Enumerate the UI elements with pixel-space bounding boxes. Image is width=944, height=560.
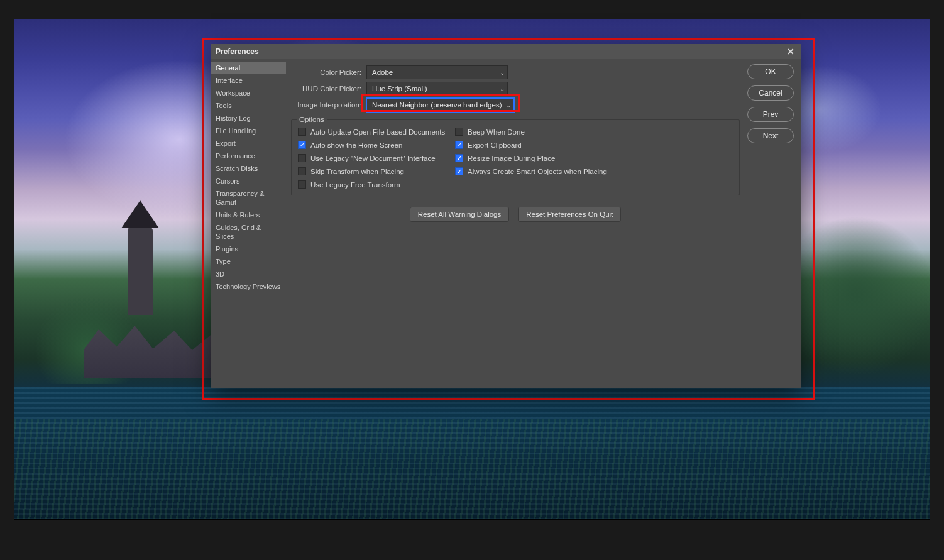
option-label: Always Create Smart Objects when Placing (468, 168, 607, 175)
bg-reeds (14, 419, 930, 519)
option-skip-transform-when-placing[interactable]: Skip Transform when Placing (298, 167, 455, 175)
checkbox-icon (455, 128, 463, 136)
option-label: Auto-Update Open File-based Documents (310, 128, 445, 136)
dialog-action-buttons: OK Cancel Prev Next (747, 59, 801, 388)
checkbox-icon (298, 154, 306, 162)
label-hud-color-picker: HUD Color Picker: (291, 85, 361, 92)
options-legend: Options (297, 116, 327, 123)
option-label: Resize Image During Place (468, 155, 555, 162)
reset-preferences-on-quit-button[interactable]: Reset Preferences On Quit (518, 207, 621, 222)
option-export-clipboard[interactable]: Export Clipboard (455, 141, 733, 149)
sidebar-item-guides-grid-slices[interactable]: Guides, Grid & Slices (211, 221, 286, 243)
sidebar-item-transparency-gamut[interactable]: Transparency & Gamut (211, 187, 286, 209)
sidebar-item-plugins[interactable]: Plugins (211, 243, 286, 255)
sidebar-item-file-handling[interactable]: File Handling (211, 124, 286, 137)
option-auto-update-open-file-based-documents[interactable]: Auto-Update Open File-based Documents (298, 128, 455, 136)
preferences-sidebar: GeneralInterfaceWorkspaceToolsHistory Lo… (211, 59, 286, 388)
bg-tower (128, 227, 153, 315)
option-label: Skip Transform when Placing (310, 168, 404, 175)
sidebar-item-type[interactable]: Type (211, 255, 286, 268)
sidebar-item-units-rulers[interactable]: Units & Rulers (211, 209, 286, 221)
sidebar-item-export[interactable]: Export (211, 137, 286, 150)
sidebar-item-3d[interactable]: 3D (211, 268, 286, 280)
label-image-interpolation: Image Interpolation: (291, 101, 361, 109)
sidebar-item-interface[interactable]: Interface (211, 74, 286, 87)
select-hud-color-picker-value: Hue Strip (Small) (372, 85, 427, 92)
preferences-dialog: Preferences ✕ GeneralInterfaceWorkspaceT… (211, 44, 801, 388)
checkbox-icon (455, 154, 463, 162)
checkbox-icon (298, 180, 306, 189)
option-resize-image-during-place[interactable]: Resize Image During Place (455, 154, 733, 162)
sidebar-item-general[interactable]: General (211, 62, 286, 74)
option-label: Use Legacy "New Document" Interface (310, 155, 436, 162)
sidebar-item-tools[interactable]: Tools (211, 99, 286, 112)
checkbox-icon (455, 167, 463, 175)
option-always-create-smart-objects-when-placing[interactable]: Always Create Smart Objects when Placing (455, 167, 733, 175)
sidebar-item-cursors[interactable]: Cursors (211, 175, 286, 187)
cancel-button[interactable]: Cancel (747, 85, 794, 101)
dialog-title: Preferences (216, 47, 259, 56)
sidebar-item-history-log[interactable]: History Log (211, 112, 286, 124)
option-label: Auto show the Home Screen (310, 141, 402, 149)
option-use-legacy-free-transform[interactable]: Use Legacy Free Transform (298, 180, 455, 189)
option-label: Use Legacy Free Transform (310, 181, 400, 189)
chevron-down-icon: ⌄ (500, 85, 505, 92)
sidebar-item-performance[interactable]: Performance (211, 150, 286, 162)
select-hud-color-picker[interactable]: Hue Strip (Small) ⌄ (366, 82, 508, 96)
dialog-titlebar[interactable]: Preferences ✕ (211, 44, 801, 59)
reset-warning-dialogs-button[interactable]: Reset All Warning Dialogs (410, 207, 510, 222)
checkbox-icon (298, 128, 306, 136)
option-beep-when-done[interactable]: Beep When Done (455, 128, 733, 136)
chevron-down-icon: ⌄ (500, 69, 505, 76)
sidebar-item-workspace[interactable]: Workspace (211, 87, 286, 99)
select-image-interpolation-value: Nearest Neighbor (preserve hard edges) (372, 101, 502, 109)
checkbox-icon (298, 141, 306, 149)
chevron-down-icon: ⌄ (506, 102, 511, 109)
option-label: Export Clipboard (468, 141, 522, 149)
ok-button[interactable]: OK (747, 64, 794, 79)
option-label: Beep When Done (468, 128, 525, 136)
option-use-legacy-new-document-interface[interactable]: Use Legacy "New Document" Interface (298, 154, 455, 162)
close-icon[interactable]: ✕ (785, 46, 796, 57)
next-button[interactable]: Next (747, 128, 794, 143)
select-color-picker-value: Adobe (372, 69, 393, 76)
preferences-panel-general: Color Picker: Adobe ⌄ HUD Color Picker: … (286, 59, 747, 388)
label-color-picker: Color Picker: (291, 69, 361, 76)
prev-button[interactable]: Prev (747, 107, 794, 122)
checkbox-icon (455, 141, 463, 149)
options-group: Options Auto-Update Open File-based Docu… (291, 119, 740, 195)
sidebar-item-scratch-disks[interactable]: Scratch Disks (211, 162, 286, 175)
select-image-interpolation[interactable]: Nearest Neighbor (preserve hard edges) ⌄ (366, 98, 514, 112)
select-color-picker[interactable]: Adobe ⌄ (366, 65, 508, 79)
option-auto-show-the-home-screen[interactable]: Auto show the Home Screen (298, 141, 455, 149)
sidebar-item-technology-previews[interactable]: Technology Previews (211, 280, 286, 293)
checkbox-icon (298, 167, 306, 175)
